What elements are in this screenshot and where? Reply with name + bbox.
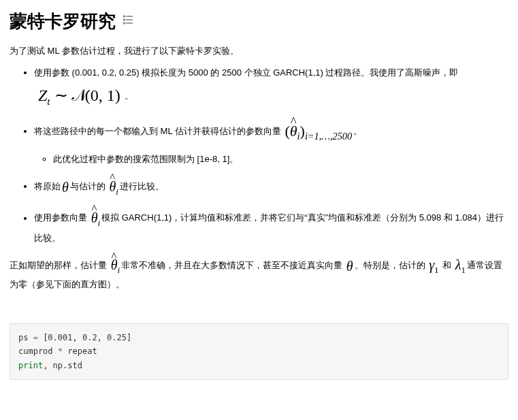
math-theta-hat-seq: (θi)i=1,…,2500 — [285, 118, 352, 145]
math-theta-hat: θi — [109, 175, 118, 199]
followup-paragraph: 正如期望的那样，估计量 θi非常不准确，并且在大多数情况下，甚至不接近真实向量 … — [10, 254, 508, 292]
text: 正如期望的那样，估计量 — [10, 260, 110, 270]
math-theta: θ — [62, 176, 69, 199]
math-theta-hat: θi — [91, 206, 100, 231]
math-theta-hat: θi — [111, 254, 120, 278]
steps-list: 使用参数 (0.001, 0.2, 0.25) 模拟长度为 5000 的 250… — [10, 65, 508, 246]
list-item: 使用参数 (0.001, 0.2, 0.25) 模拟长度为 5000 的 250… — [34, 65, 508, 112]
code-line: print, np.std — [18, 359, 500, 372]
text: 。特别是，估计的 — [355, 260, 428, 270]
code-line: ps = [0.001, 0.2, 0.25] — [18, 331, 500, 344]
section-heading: 蒙特卡罗研究 — [10, 10, 508, 33]
list-item: 将这些路径中的每一个都输入到 ML 估计并获得估计的参数向量 (θi)i=1,…… — [34, 118, 508, 167]
text: 。 — [353, 126, 362, 136]
text: 。 — [125, 90, 133, 100]
svg-point-3 — [124, 16, 125, 17]
intro-text: 为了测试 ML 参数估计过程，我进行了以下蒙特卡罗实验。 — [10, 44, 508, 59]
text: 使用参数 (0.001, 0.2, 0.25) 模拟长度为 5000 的 250… — [34, 67, 458, 78]
text: 进行比较。 — [120, 181, 164, 191]
text: 使用参数向量 — [34, 213, 90, 223]
code-cell[interactable]: ps = [0.001, 0.2, 0.25] cumprod * repeat… — [10, 323, 508, 380]
math-theta: θ — [346, 255, 353, 277]
list-item: 使用参数向量 θi模拟 GARCH(1,1)，计算均值和标准差，并将它们与“真实… — [34, 206, 508, 246]
text: 和 — [440, 260, 454, 270]
text: 非常不准确，并且在大多数情况下，甚至不接近真实向量 — [121, 260, 345, 270]
svg-point-4 — [124, 19, 125, 20]
math-noise: Zt ∼ 𝒩(0, 1) — [38, 82, 120, 110]
code-line: cumprod * repeat — [18, 344, 500, 358]
math-lambda1: λ1 — [455, 254, 466, 278]
svg-point-5 — [124, 22, 125, 24]
list-item: 将原始θ与估计的 θi进行比较。 — [34, 175, 508, 199]
text: 将原始 — [34, 181, 61, 191]
text: 将这些路径中的每一个都输入到 ML 估计并获得估计的参数向量 — [34, 126, 283, 136]
math-gamma1: γ1 — [429, 254, 438, 278]
list-item: 此优化过程中参数的搜索范围限制为 [1e-8, 1]。 — [53, 152, 508, 167]
heading-text: 蒙特卡罗研究 — [10, 10, 116, 33]
anchor-link-icon[interactable] — [123, 13, 136, 30]
text: 与估计的 — [70, 181, 108, 191]
text: 模拟 GARCH(1,1)，计算均值和标准差，并将它们与“真实”均值和标准差（分… — [34, 213, 504, 244]
